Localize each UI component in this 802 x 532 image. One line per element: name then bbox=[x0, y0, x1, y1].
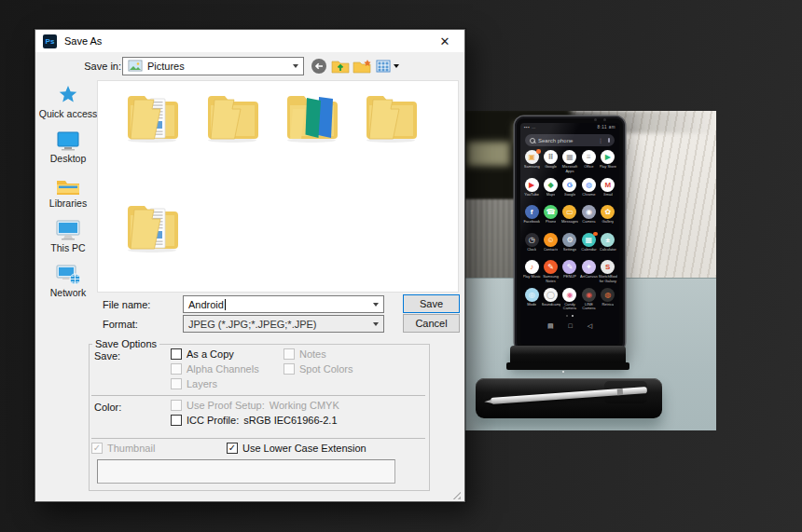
smartphone: ▪▪▪ … 8:11 am Search phone ⋮ ▣Samsung⠿Go… bbox=[515, 116, 625, 351]
color-row-label: Color: bbox=[94, 402, 121, 413]
pictures-folder-icon bbox=[128, 60, 143, 74]
desktop-icon bbox=[56, 127, 80, 151]
libraries-icon bbox=[56, 171, 80, 196]
desktop-background: ▪▪▪ … 8:11 am Search phone ⋮ ▣Samsung⠿Go… bbox=[0, 0, 802, 532]
folder-item-empty[interactable] bbox=[360, 89, 420, 143]
title-bar[interactable]: Ps Save As ✕ bbox=[35, 30, 464, 52]
checkbox-icon bbox=[283, 348, 295, 360]
shadowed-wood-strip bbox=[463, 199, 516, 283]
as-a-copy-checkbox[interactable]: As a Copy bbox=[171, 348, 234, 360]
file-name-input[interactable]: Android bbox=[183, 295, 384, 313]
thumbnail-checkbox: Thumbnail bbox=[91, 443, 155, 454]
stylus-case bbox=[476, 378, 662, 418]
chevron-down-icon bbox=[373, 322, 379, 326]
use-proof-setup-checkbox: Use Proof Setup: Working CMYK bbox=[171, 400, 339, 411]
proof-setup-value: Working CMYK bbox=[270, 400, 339, 411]
file-list-area[interactable] bbox=[97, 80, 459, 293]
place-libraries[interactable]: Libraries bbox=[39, 171, 97, 216]
layers-checkbox: Layers bbox=[171, 378, 217, 389]
separator bbox=[91, 438, 425, 439]
save-in-location: Pictures bbox=[147, 61, 185, 72]
pen-tip bbox=[484, 399, 491, 403]
resize-grip[interactable] bbox=[451, 490, 461, 499]
screen-reflection bbox=[520, 123, 619, 345]
places-bar: Quick accessDesktopLibrariesThis PCNetwo… bbox=[39, 82, 97, 306]
folder-item-colored[interactable] bbox=[281, 89, 340, 143]
checkbox-icon[interactable] bbox=[171, 348, 182, 360]
checkbox-icon[interactable] bbox=[171, 415, 182, 426]
pen-band bbox=[617, 389, 623, 395]
up-one-level-button[interactable] bbox=[331, 59, 350, 74]
file-name-value: Android bbox=[188, 299, 224, 310]
format-label: Format: bbox=[103, 319, 138, 330]
notes-checkbox: Notes bbox=[283, 348, 326, 360]
alpha-channels-checkbox: Alpha Channels bbox=[171, 363, 259, 375]
place-quick-access[interactable]: Quick access bbox=[39, 82, 97, 127]
folder-item-empty[interactable] bbox=[201, 89, 261, 143]
file-name-label: File name: bbox=[103, 299, 150, 310]
photoshop-app-icon: Ps bbox=[43, 34, 57, 48]
sensor-icon bbox=[594, 118, 597, 121]
cancel-button[interactable]: Cancel bbox=[403, 314, 460, 333]
save-as-dialog: Ps Save As ✕ Save in: Pictures Quick acc… bbox=[35, 29, 465, 502]
front-camera-icon bbox=[603, 118, 606, 121]
phone-dock-base bbox=[506, 362, 629, 370]
create-new-folder-button[interactable] bbox=[353, 59, 373, 74]
folder-item-documents[interactable] bbox=[121, 89, 181, 143]
checkbox-icon bbox=[283, 363, 295, 375]
desk-speck bbox=[562, 371, 564, 373]
chevron-down-icon bbox=[293, 64, 298, 68]
quick-access-icon bbox=[57, 82, 79, 106]
spot-colors-checkbox: Spot Colors bbox=[283, 363, 353, 375]
phone-desk-photo: ▪▪▪ … 8:11 am Search phone ⋮ ▣Samsung⠿Go… bbox=[463, 111, 716, 430]
checkbox-icon bbox=[171, 363, 182, 375]
save-in-label: Save in: bbox=[80, 61, 121, 72]
status-message-box bbox=[97, 459, 395, 484]
close-icon[interactable]: ✕ bbox=[433, 34, 457, 48]
format-value: JPEG (*.JPG;*.JPEG;*.JPE) bbox=[188, 319, 317, 330]
save-in-combobox[interactable]: Pictures bbox=[122, 57, 304, 75]
format-combobox[interactable]: JPEG (*.JPG;*.JPEG;*.JPE) bbox=[183, 315, 384, 333]
checkbox-icon bbox=[171, 378, 182, 389]
place-desktop[interactable]: Desktop bbox=[39, 127, 97, 171]
icc-profile-checkbox[interactable]: ICC Profile: sRGB IEC61966-2.1 bbox=[171, 415, 338, 426]
checkbox-icon bbox=[91, 443, 103, 454]
checkbox-icon bbox=[171, 400, 182, 411]
save-options-label: Save Options bbox=[92, 338, 159, 349]
folder-item-documents[interactable] bbox=[121, 198, 181, 252]
back-button[interactable] bbox=[311, 58, 327, 75]
window-title: Save As bbox=[64, 35, 102, 47]
separator bbox=[91, 395, 425, 396]
checkbox-icon[interactable] bbox=[227, 443, 238, 454]
chevron-down-icon bbox=[394, 64, 399, 68]
chevron-down-icon bbox=[373, 303, 379, 307]
place-network[interactable]: Network bbox=[39, 261, 97, 306]
save-button[interactable]: Save bbox=[403, 294, 460, 313]
this-pc-icon bbox=[56, 216, 80, 240]
text-caret bbox=[225, 299, 226, 310]
save-row-label: Save: bbox=[94, 350, 120, 361]
icc-profile-value: sRGB IEC61966-2.1 bbox=[243, 415, 337, 426]
phone-screen: ▪▪▪ … 8:11 am Search phone ⋮ ▣Samsung⠿Go… bbox=[520, 123, 619, 345]
place-this-pc[interactable]: This PC bbox=[39, 216, 97, 261]
view-menu-button[interactable] bbox=[376, 60, 399, 73]
network-icon bbox=[56, 261, 81, 285]
use-lower-case-extension-checkbox[interactable]: Use Lower Case Extension bbox=[227, 443, 366, 454]
